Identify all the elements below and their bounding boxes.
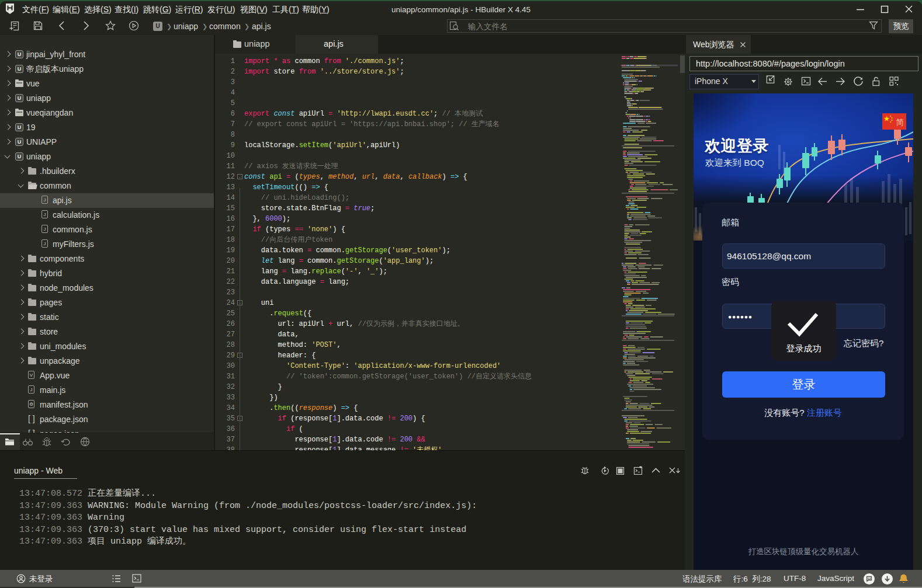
svg-text:简: 简 bbox=[896, 118, 904, 127]
